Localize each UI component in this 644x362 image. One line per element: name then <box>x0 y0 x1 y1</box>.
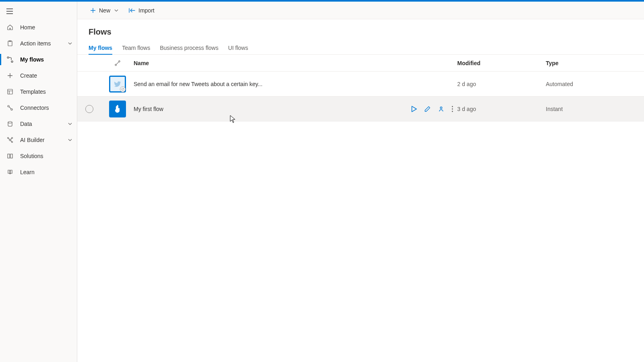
sidebar-item-home[interactable]: Home <box>0 19 77 35</box>
flow-name[interactable]: Send an email for new Tweets about a cer… <box>134 81 262 87</box>
sidebar-item-solutions[interactable]: Solutions <box>0 148 77 164</box>
page-title: Flows <box>77 27 644 37</box>
chevron-down-icon <box>68 42 72 45</box>
sidebar-item-label: Templates <box>20 88 72 95</box>
sidebar: Home Action items My flows <box>0 2 77 362</box>
more-button[interactable] <box>452 106 453 112</box>
tab-team-flows[interactable]: Team flows <box>122 41 150 54</box>
chevron-down-icon <box>68 123 72 125</box>
table-row[interactable]: Send an email for new Tweets about a cer… <box>77 72 644 97</box>
svg-point-5 <box>8 105 9 107</box>
connectors-icon <box>6 104 14 111</box>
ai-builder-icon <box>6 136 14 144</box>
svg-point-2 <box>7 57 9 58</box>
sidebar-item-label: Action items <box>20 40 62 47</box>
flow-type: Instant <box>546 106 634 112</box>
import-button[interactable]: Import <box>126 4 158 17</box>
run-button[interactable] <box>411 106 417 112</box>
data-icon <box>6 120 14 128</box>
edit-button[interactable] <box>424 106 431 112</box>
new-button-label: New <box>99 7 110 14</box>
flows-table: Name Modified Type <box>77 55 644 121</box>
flow-type: Automated <box>546 81 634 87</box>
sidebar-item-create[interactable]: Create <box>0 68 77 84</box>
sidebar-item-connectors[interactable]: Connectors <box>0 100 77 116</box>
more-vertical-icon <box>452 106 453 112</box>
svg-point-18 <box>452 106 453 107</box>
plus-icon <box>6 72 14 79</box>
column-sort-icon[interactable] <box>101 60 134 66</box>
hamburger-button[interactable] <box>0 3 77 19</box>
sidebar-item-label: My flows <box>20 56 72 63</box>
column-name[interactable]: Name <box>134 60 393 66</box>
sidebar-item-label: Data <box>20 121 62 127</box>
share-button[interactable] <box>438 106 444 112</box>
manual-trigger-icon <box>109 101 126 117</box>
sidebar-item-action-items[interactable]: Action items <box>0 35 77 51</box>
tab-my-flows[interactable]: My flows <box>89 41 112 54</box>
sidebar-item-label: Connectors <box>20 105 72 111</box>
sidebar-item-ai-builder[interactable]: AI Builder <box>0 132 77 148</box>
sidebar-item-my-flows[interactable]: My flows <box>0 51 77 68</box>
plus-icon <box>90 8 96 13</box>
share-icon <box>438 106 444 112</box>
hamburger-icon <box>6 8 13 14</box>
svg-point-6 <box>11 109 12 110</box>
sidebar-item-learn[interactable]: Learn <box>0 164 77 180</box>
sidebar-item-label: Create <box>20 72 72 79</box>
pencil-icon <box>424 106 431 112</box>
column-type[interactable]: Type <box>546 60 634 66</box>
twitter-icon <box>109 76 126 93</box>
sidebar-item-data[interactable]: Data <box>0 116 77 132</box>
column-modified[interactable]: Modified <box>457 60 546 66</box>
main-content: New Import Flows My flows Team flows Bus… <box>77 2 644 362</box>
svg-rect-13 <box>10 154 12 158</box>
flow-modified: 3 d ago <box>457 106 546 112</box>
sidebar-nav: Home Action items My flows <box>0 19 77 180</box>
svg-point-20 <box>452 111 453 112</box>
disabled-badge-icon <box>120 86 126 92</box>
flow-icon <box>6 56 14 63</box>
import-icon <box>129 8 135 13</box>
clipboard-icon <box>6 40 14 47</box>
command-bar: New Import <box>77 2 644 19</box>
templates-icon <box>6 88 14 95</box>
svg-point-3 <box>11 61 13 62</box>
svg-rect-4 <box>8 89 12 94</box>
tabs: My flows Team flows Business process flo… <box>77 41 644 55</box>
sidebar-item-templates[interactable]: Templates <box>0 84 77 100</box>
flow-name[interactable]: My first flow <box>134 106 163 112</box>
table-header: Name Modified Type <box>77 55 644 72</box>
sidebar-item-label: Home <box>20 24 72 31</box>
home-icon <box>6 24 14 31</box>
tab-business-process-flows[interactable]: Business process flows <box>160 41 219 54</box>
tab-ui-flows[interactable]: UI flows <box>228 41 248 54</box>
sidebar-item-label: Learn <box>20 169 72 175</box>
svg-point-7 <box>8 121 12 123</box>
row-select-checkbox[interactable] <box>85 105 93 113</box>
chevron-down-icon <box>68 139 72 141</box>
learn-icon <box>6 169 14 176</box>
new-button[interactable]: New <box>87 4 122 17</box>
svg-point-19 <box>452 108 453 109</box>
sidebar-item-label: AI Builder <box>20 137 62 143</box>
svg-point-14 <box>115 64 117 66</box>
svg-point-15 <box>119 60 120 62</box>
chevron-down-icon <box>114 9 118 12</box>
flow-modified: 2 d ago <box>457 81 546 87</box>
table-row[interactable]: My first flow <box>77 97 644 121</box>
play-icon <box>411 106 417 112</box>
solutions-icon <box>6 152 14 160</box>
svg-point-17 <box>440 107 442 109</box>
sidebar-item-label: Solutions <box>20 153 72 159</box>
svg-rect-12 <box>8 154 10 158</box>
import-button-label: Import <box>138 7 155 14</box>
